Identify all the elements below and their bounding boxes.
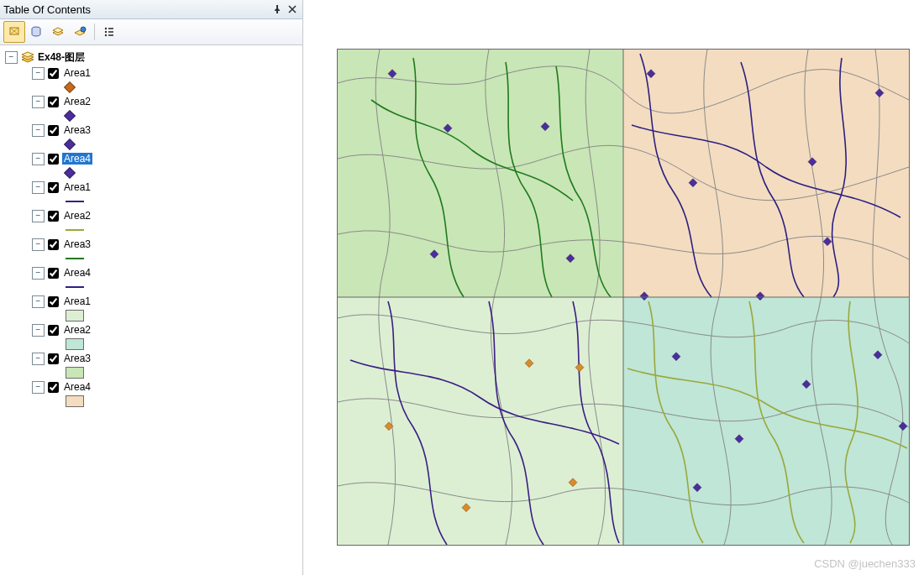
collapse-icon[interactable]: − (32, 238, 45, 251)
collapse-icon[interactable]: − (32, 153, 45, 165)
svg-rect-9 (388, 70, 396, 78)
line-symbol-icon (66, 201, 84, 202)
map-view[interactable]: CSDN @juechen333 (303, 0, 924, 575)
toc-panel: Table Of Contents (0, 0, 303, 575)
layer-visibility-checkbox[interactable] (48, 211, 59, 222)
panel-titlebar: Table Of Contents (0, 0, 302, 19)
layer-label[interactable]: Area4 (62, 153, 92, 165)
layer-label[interactable]: Area1 (62, 181, 92, 193)
polygon-symbol-icon (66, 338, 84, 350)
list-by-selection-button[interactable] (69, 21, 91, 43)
layer-label[interactable]: Area2 (62, 324, 92, 336)
svg-rect-6 (108, 31, 113, 33)
collapse-icon[interactable]: − (32, 295, 45, 308)
svg-point-3 (105, 28, 107, 29)
layer-visibility-checkbox[interactable] (48, 296, 59, 307)
toolbar-separator (94, 24, 95, 40)
layer-label[interactable]: Area1 (62, 295, 92, 307)
svg-rect-26 (672, 353, 680, 361)
svg-rect-23 (899, 422, 907, 431)
layer-visibility-checkbox[interactable] (48, 325, 59, 336)
collapse-icon[interactable]: − (5, 51, 18, 64)
point-symbol-icon (64, 167, 76, 179)
svg-rect-29 (462, 504, 470, 512)
svg-point-5 (105, 31, 107, 33)
svg-rect-4 (108, 28, 113, 29)
group-layer-icon (21, 51, 34, 63)
svg-rect-22 (874, 351, 882, 359)
collapse-icon[interactable]: − (32, 67, 45, 80)
svg-rect-12 (430, 250, 438, 259)
layer-visibility-checkbox[interactable] (48, 68, 59, 79)
map-features (338, 50, 909, 545)
layer-visibility-checkbox[interactable] (48, 154, 59, 165)
collapse-icon[interactable]: − (32, 181, 45, 194)
close-icon[interactable] (286, 3, 299, 16)
polygon-symbol-icon (66, 310, 84, 321)
panel-title: Table Of Contents (3, 3, 91, 16)
svg-rect-27 (525, 359, 533, 368)
collapse-icon[interactable]: − (32, 267, 45, 280)
layer-visibility-checkbox[interactable] (48, 182, 59, 193)
svg-rect-13 (566, 254, 575, 263)
layer-label[interactable]: Area4 (62, 381, 92, 393)
layer-label[interactable]: Area4 (62, 267, 92, 279)
layer-visibility-checkbox[interactable] (48, 239, 59, 250)
line-symbol-icon (66, 286, 84, 288)
layer-label[interactable]: Area1 (62, 67, 92, 79)
pin-icon[interactable] (270, 3, 284, 16)
svg-rect-11 (541, 123, 549, 131)
layer-visibility-checkbox[interactable] (48, 353, 59, 364)
collapse-icon[interactable]: − (32, 210, 45, 222)
layer-label[interactable]: Area3 (62, 353, 92, 364)
collapse-icon[interactable]: − (32, 324, 45, 337)
point-symbol-icon (64, 81, 76, 93)
layer-label[interactable]: Area3 (62, 238, 92, 250)
svg-point-2 (81, 27, 86, 32)
options-button[interactable] (98, 21, 120, 43)
svg-rect-14 (647, 70, 655, 78)
svg-rect-30 (569, 478, 577, 487)
list-by-visibility-button[interactable] (47, 21, 69, 43)
line-symbol-icon (66, 258, 84, 259)
collapse-icon[interactable]: − (32, 96, 45, 108)
point-symbol-icon (64, 139, 76, 150)
svg-rect-10 (444, 124, 452, 133)
layer-label[interactable]: Area2 (62, 96, 92, 107)
layer-label[interactable]: Area2 (62, 210, 92, 222)
svg-rect-15 (689, 179, 697, 187)
svg-rect-16 (808, 158, 816, 166)
layer-tree[interactable]: − Ex48-图层 −Area1−Area2−Area3−Area4−Area1… (0, 45, 302, 575)
svg-rect-25 (735, 435, 743, 443)
polygon-symbol-icon (66, 395, 84, 407)
svg-rect-20 (756, 292, 764, 301)
layer-visibility-checkbox[interactable] (48, 97, 59, 107)
watermark: CSDN @juechen333 (814, 557, 916, 570)
layer-visibility-checkbox[interactable] (48, 268, 59, 279)
layer-visibility-checkbox[interactable] (48, 382, 59, 393)
root-layer-label[interactable]: Ex48-图层 (36, 50, 87, 65)
line-symbol-icon (66, 229, 84, 231)
svg-rect-31 (575, 363, 584, 372)
collapse-icon[interactable]: − (32, 353, 45, 365)
list-by-source-button[interactable] (25, 21, 47, 43)
point-symbol-icon (64, 110, 76, 122)
svg-rect-18 (823, 238, 832, 246)
svg-rect-24 (693, 484, 701, 492)
svg-point-7 (105, 34, 107, 36)
svg-rect-19 (640, 292, 648, 301)
svg-rect-21 (802, 380, 811, 389)
list-by-drawing-order-button[interactable] (3, 21, 25, 43)
toc-toolbar (0, 19, 302, 45)
layer-label[interactable]: Area3 (62, 124, 92, 136)
svg-rect-8 (108, 34, 113, 36)
collapse-icon[interactable]: − (32, 124, 45, 137)
layer-visibility-checkbox[interactable] (48, 125, 59, 136)
svg-rect-17 (875, 89, 884, 97)
polygon-symbol-icon (66, 367, 84, 379)
map-canvas[interactable] (337, 49, 910, 546)
collapse-icon[interactable]: − (32, 381, 45, 394)
